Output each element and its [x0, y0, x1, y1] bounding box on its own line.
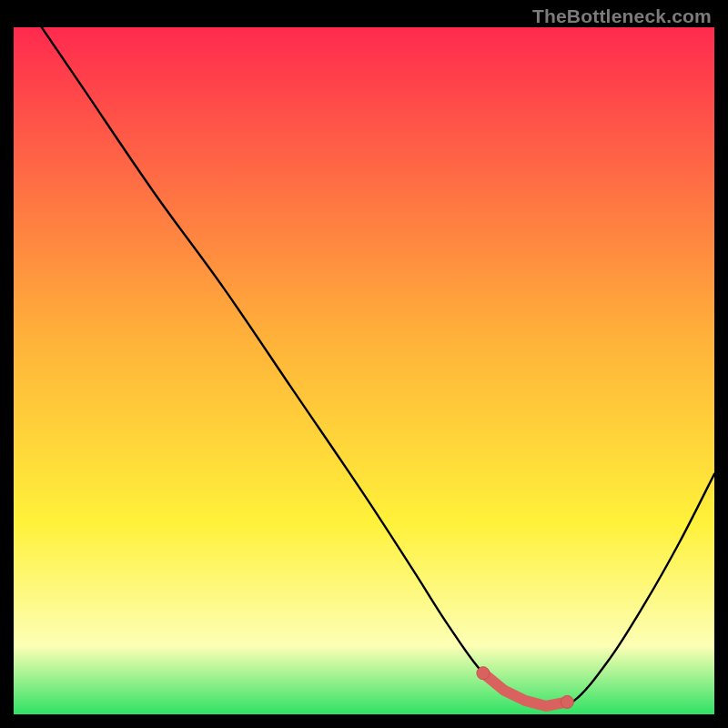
bottleneck-chart [14, 27, 714, 714]
heatmap-background [14, 27, 714, 714]
optimal-start-dot [477, 667, 490, 680]
watermark-text: TheBottleneck.com [532, 5, 712, 27]
chart-frame [14, 27, 714, 714]
optimal-end-dot [561, 695, 573, 708]
